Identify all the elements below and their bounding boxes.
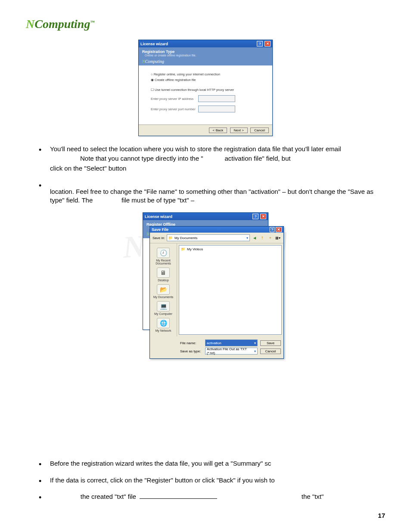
radio-register-online[interactable]: ○ Register online, using your internet c… xyxy=(151,72,265,76)
list-item: You'll need to select the location where… xyxy=(39,145,385,173)
chevron-down-icon: ▾ xyxy=(254,349,256,353)
titlebar: License wizard ? ✕ xyxy=(139,40,272,47)
list-item: If the data is correct, click on the "Re… xyxy=(39,476,385,485)
place-recent[interactable]: 🕘My Recent Documents xyxy=(150,248,177,265)
places-bar: 🕘My Recent Documents 🖥Desktop 📂My Docume… xyxy=(150,243,177,336)
close-icon[interactable]: ✕ xyxy=(276,227,282,232)
back-icon[interactable]: ◀ xyxy=(252,235,258,241)
close-icon[interactable]: ✕ xyxy=(260,214,266,219)
chevron-down-icon: ▾ xyxy=(246,236,248,240)
license-wizard-registration-type: License wizard ? ✕ Registration Type Onl… xyxy=(138,40,273,136)
help-icon[interactable]: ? xyxy=(252,214,258,219)
up-icon[interactable]: ⭱ xyxy=(259,235,265,241)
saveas-label: Save as type: xyxy=(180,349,202,353)
instruction-list-2: Before the registration wizard writes th… xyxy=(39,459,385,501)
radio-create-offline[interactable]: ◉ Create offline registration file xyxy=(151,78,265,82)
views-icon[interactable]: ▦▾ xyxy=(275,235,281,241)
close-icon[interactable]: ✕ xyxy=(265,41,271,47)
place-mycomputer[interactable]: 💻My Computer xyxy=(150,301,177,315)
save-in-combo[interactable]: 📁 My Documents ▾ xyxy=(167,234,250,241)
wizard-brand: NNComputingComputing xyxy=(139,58,272,65)
help-icon[interactable]: ? xyxy=(270,227,275,232)
checkbox-tunnel[interactable]: ☐ Use tunnel connection through local HT… xyxy=(151,88,265,92)
cancel-button[interactable]: Cancel xyxy=(250,128,269,133)
input-proxy-port[interactable] xyxy=(198,106,235,112)
wizard-header: Registration Type Online or create offli… xyxy=(139,47,272,58)
save-file-dialog: Save File ? ✕ Save in: 📁 My Documents ▾ … xyxy=(149,226,284,359)
filename-input[interactable]: activation▾ xyxy=(205,339,258,346)
folder-icon: 📁 xyxy=(168,236,173,240)
file-list[interactable]: 📁 My Videos xyxy=(179,245,282,335)
new-folder-icon[interactable]: ✶ xyxy=(267,235,273,241)
list-item: the created "txt" file the "txt" xyxy=(39,492,385,501)
list-item: location. Feel free to change the "File … xyxy=(39,180,385,205)
label-proxy-port: Enter proxy server port number xyxy=(151,107,198,111)
instruction-list: You'll need to select the location where… xyxy=(39,145,385,205)
input-proxy-ip[interactable] xyxy=(198,95,235,102)
window-title: License wizard xyxy=(145,215,172,219)
filename-label: File name: xyxy=(180,341,202,345)
header-title: Registration Type xyxy=(142,50,269,54)
cancel-button[interactable]: Cancel xyxy=(260,348,281,354)
page-number: 17 xyxy=(378,512,385,519)
place-mydocuments[interactable]: 📂My Documents xyxy=(150,284,177,299)
dialog-title: Save File xyxy=(152,227,168,232)
chevron-down-icon: ▾ xyxy=(254,341,256,345)
header-subtitle: Online or create offline registration fi… xyxy=(145,54,269,57)
blank-underline xyxy=(140,498,217,499)
save-button[interactable]: Save xyxy=(260,340,281,346)
list-item: Before the registration wizard writes th… xyxy=(39,459,385,468)
back-button[interactable]: < Back xyxy=(209,128,227,133)
place-mynetwork[interactable]: 🌐My Network xyxy=(150,318,177,332)
label-proxy-ip: Enter proxy server IP address xyxy=(151,97,198,101)
save-file-composite: License wizard ? ✕ Register Offline Crea… xyxy=(128,212,283,330)
place-desktop[interactable]: 🖥Desktop xyxy=(150,268,177,282)
folder-icon: 📁 xyxy=(181,247,185,251)
save-in-label: Save in: xyxy=(153,236,165,240)
help-icon[interactable]: ? xyxy=(257,41,263,47)
window-title: License wizard xyxy=(140,42,168,46)
next-button[interactable]: Next > xyxy=(230,128,248,133)
saveas-type-combo[interactable]: Activation File Out as TXT (*.txt)▾ xyxy=(205,348,258,355)
brand-logo: NComputing™ xyxy=(26,17,385,31)
folder-item[interactable]: 📁 My Videos xyxy=(181,247,280,251)
